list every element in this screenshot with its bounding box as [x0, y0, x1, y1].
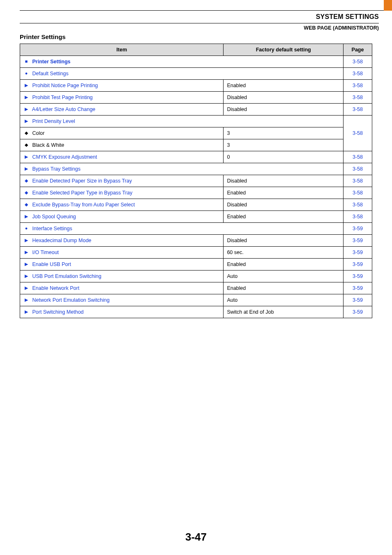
triangle-icon: ▶ — [23, 106, 29, 112]
col-page: Page — [344, 44, 372, 56]
default-value: 3 — [224, 139, 344, 151]
link[interactable]: Prohibit Test Page Printing — [32, 95, 92, 100]
triangle-icon: ▶ — [23, 83, 29, 88]
table-row: ◆ Color 3 — [20, 127, 372, 139]
page-ref[interactable]: 3-58 — [344, 80, 372, 92]
page-ref[interactable]: 3-58 — [344, 199, 372, 211]
link[interactable]: Enable Network Port — [32, 285, 79, 291]
triangle-icon: ▶ — [23, 166, 29, 171]
default-value: Enabled — [224, 187, 344, 199]
link[interactable]: Hexadecimal Dump Mode — [32, 238, 91, 243]
link[interactable]: Bypass Tray Settings — [32, 166, 80, 172]
page-ref[interactable]: 3-59 — [344, 271, 372, 282]
page-ref[interactable]: 3-58 — [344, 104, 372, 116]
default-value: Disabled — [224, 235, 344, 247]
table-row: ▶ Bypass Tray Settings 3-58 — [20, 163, 372, 175]
table-header-row: Item Factory default setting Page — [20, 44, 372, 56]
page-ref[interactable]: 3-58 — [344, 163, 372, 175]
page-ref[interactable]: 3-58 — [344, 68, 372, 80]
link[interactable]: A4/Letter Size Auto Change — [32, 106, 95, 112]
triangle-icon: ▶ — [23, 118, 29, 124]
table-row: ▶ Prohibit Notice Page Printing Enabled … — [20, 80, 372, 92]
default-value: Disabled — [224, 92, 344, 104]
subsection-title: WEB PAGE (ADMINISTRATOR) — [20, 24, 379, 31]
page-ref[interactable]: 3-58 — [344, 175, 372, 187]
page-heading: Printer Settings — [20, 33, 392, 40]
default-value: Disabled — [224, 104, 344, 116]
default-value: Disabled — [224, 199, 344, 211]
table-row: ▶ Prohibit Test Page Printing Disabled 3… — [20, 92, 372, 104]
page-ref[interactable]: 3-59 — [344, 306, 372, 318]
section-title: SYSTEM SETTINGS — [0, 13, 379, 21]
link[interactable]: Enable USB Port — [32, 261, 71, 267]
table-row: ▶ USB Port Emulation Switching Auto 3-59 — [20, 271, 372, 282]
page-ref[interactable]: 3-59 — [344, 259, 372, 271]
page-ref[interactable]: 3-58 — [344, 116, 372, 151]
table-row: ● Interface Settings 3-59 — [20, 223, 372, 235]
link[interactable]: Default Settings — [32, 71, 68, 76]
table-row: ▶ Enable USB Port Enabled 3-59 — [20, 259, 372, 271]
item-label: Black & White — [32, 142, 64, 148]
accent-tab — [384, 0, 392, 11]
triangle-icon: ▶ — [23, 154, 29, 160]
triangle-icon: ▶ — [23, 250, 29, 255]
default-value: 60 sec. — [224, 247, 344, 259]
table-row: ▶ Port Switching Method Switch at End of… — [20, 306, 372, 318]
table-row: ■ Printer Settings 3-58 — [20, 56, 372, 68]
table-row: ◆ Enable Detected Paper Size in Bypass T… — [20, 175, 372, 187]
diamond-icon: ◆ — [23, 142, 29, 148]
page-ref[interactable]: 3-59 — [344, 223, 372, 235]
default-value: Enabled — [224, 259, 344, 271]
col-item: Item — [20, 44, 224, 56]
triangle-icon: ▶ — [23, 261, 29, 267]
triangle-icon: ▶ — [23, 214, 29, 219]
diamond-icon: ◆ — [23, 178, 29, 183]
page-ref[interactable]: 3-59 — [344, 282, 372, 294]
table-row: ◆ Enable Selected Paper Type in Bypass T… — [20, 187, 372, 199]
link[interactable]: Enable Selected Paper Type in Bypass Tra… — [32, 190, 132, 196]
page-ref[interactable]: 3-58 — [344, 56, 372, 68]
page-ref[interactable]: 3-59 — [344, 247, 372, 259]
default-value: Auto — [224, 271, 344, 282]
diamond-icon: ◆ — [23, 202, 29, 207]
settings-table: Item Factory default setting Page ■ Prin… — [20, 44, 372, 318]
page-ref[interactable]: 3-59 — [344, 294, 372, 306]
triangle-icon: ▶ — [23, 273, 29, 279]
page-ref[interactable]: 3-58 — [344, 92, 372, 104]
page-ref[interactable]: 3-58 — [344, 187, 372, 199]
diamond-icon: ◆ — [23, 130, 29, 136]
link[interactable]: Network Port Emulation Switching — [32, 297, 109, 303]
link[interactable]: Interface Settings — [32, 226, 72, 231]
top-bar — [0, 0, 392, 11]
link[interactable]: CMYK Exposure Adjustment — [32, 154, 97, 160]
table-row: ▶ Job Spool Queuing Enabled 3-58 — [20, 211, 372, 223]
page-ref[interactable]: 3-58 — [344, 211, 372, 223]
link[interactable]: USB Port Emulation Switching — [32, 273, 101, 279]
table-row: ▶ I/O Timeout 60 sec. 3-59 — [20, 247, 372, 259]
link[interactable]: I/O Timeout — [32, 250, 59, 255]
default-value: Disabled — [224, 175, 344, 187]
col-default: Factory default setting — [224, 44, 344, 56]
square-icon: ■ — [23, 59, 29, 64]
circle-icon: ● — [23, 71, 29, 76]
link[interactable]: Print Density Level — [32, 118, 75, 124]
page-ref[interactable]: 3-59 — [344, 235, 372, 247]
triangle-icon: ▶ — [23, 297, 29, 303]
divider — [20, 23, 379, 23]
item-label: Color — [32, 130, 44, 136]
page-number: 3-47 — [0, 531, 392, 543]
triangle-icon: ▶ — [23, 309, 29, 314]
link[interactable]: Job Spool Queuing — [32, 214, 76, 220]
page-ref[interactable]: 3-58 — [344, 151, 372, 163]
default-value: Enabled — [224, 282, 344, 294]
link[interactable]: Prohibit Notice Page Printing — [32, 83, 98, 88]
link[interactable]: Exclude Bypass-Tray from Auto Paper Sele… — [32, 202, 135, 208]
triangle-icon: ▶ — [23, 95, 29, 100]
link[interactable]: Printer Settings — [32, 59, 70, 65]
link[interactable]: Port Switching Method — [32, 309, 83, 315]
table-row: ▶ Enable Network Port Enabled 3-59 — [20, 282, 372, 294]
default-value: 3 — [224, 127, 344, 139]
table-row: ▶ A4/Letter Size Auto Change Disabled 3-… — [20, 104, 372, 116]
table-row: ▶ Hexadecimal Dump Mode Disabled 3-59 — [20, 235, 372, 247]
link[interactable]: Enable Detected Paper Size in Bypass Tra… — [32, 178, 132, 184]
